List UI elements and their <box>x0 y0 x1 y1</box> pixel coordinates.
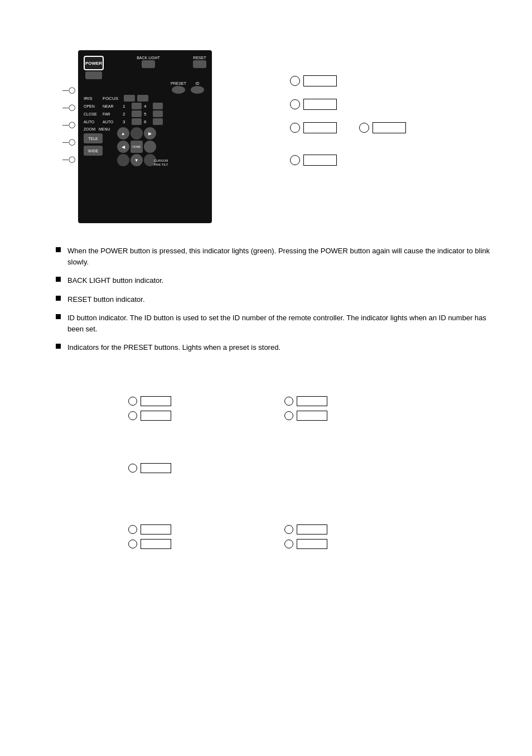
reset-label: RESET <box>193 56 206 60</box>
cursor-label: CURSOR <box>154 159 168 162</box>
lower-circ-3b <box>128 540 137 548</box>
arrow3: —◯ <box>62 121 75 128</box>
id-label: ID <box>196 81 200 85</box>
lower-circ-3c <box>284 525 293 534</box>
indicator-circle-1 <box>290 76 300 86</box>
lower-box-3a <box>141 524 171 535</box>
bullet-item-3: RESET button indicator. <box>56 294 499 305</box>
num3-label: 3 <box>123 119 129 124</box>
home-button[interactable]: HOME <box>130 141 143 153</box>
label-box-4 <box>373 122 406 133</box>
pan-tilt-label: PAN-TILT <box>154 163 168 166</box>
bullets-section: When the POWER button is pressed, this i… <box>56 245 499 361</box>
lower-section-2-left <box>128 463 171 473</box>
lower-box-1b <box>141 411 171 421</box>
num1-label: 1 <box>123 104 129 109</box>
close-label: CLOSE <box>84 112 100 116</box>
iris-label: IRIS <box>84 96 100 101</box>
arrow1: —◯ <box>62 86 75 94</box>
lower-section-3-right <box>284 524 327 549</box>
bullet-4-icon <box>56 314 61 319</box>
arrow5: —◯ <box>62 156 75 163</box>
bullet-1-text: When the POWER button is pressed, this i… <box>67 245 499 267</box>
bullet-3-icon <box>56 296 61 301</box>
label-box-2 <box>303 99 337 110</box>
far-label: FAR <box>103 112 120 116</box>
num4-label: 4 <box>144 104 151 109</box>
auto2-label: AUTO <box>103 120 120 124</box>
lower-box-3c <box>297 524 327 535</box>
lower-box-1d <box>297 411 327 421</box>
bullet-2-text: BACK LIGHT button indicator. <box>67 275 163 286</box>
arrow2: —◯ <box>62 104 75 111</box>
lower-section-1-right <box>284 396 327 421</box>
bullet-2-icon <box>56 277 61 282</box>
num2-label: 2 <box>123 112 129 117</box>
bullet-5-text: Indicators for the PRESET buttons. Light… <box>67 342 280 353</box>
lower-box-1c <box>297 396 327 406</box>
lower-section-1-left <box>128 396 171 421</box>
open-label: OPEN <box>84 104 100 108</box>
lower-box-1a <box>141 396 171 406</box>
arrow4: —◯ <box>62 138 75 146</box>
lower-circ-1a <box>128 397 137 406</box>
lower-circ-3a <box>128 525 137 534</box>
label-box-5 <box>303 155 337 166</box>
lower-box-2a <box>141 463 171 473</box>
indicator-circle-5 <box>290 155 300 165</box>
bullet-item-1: When the POWER button is pressed, this i… <box>56 245 499 267</box>
nav-down-button[interactable]: ▼ <box>130 154 143 166</box>
tele-button[interactable]: TELE <box>84 133 103 143</box>
lower-circ-2a <box>128 464 137 473</box>
remote-control-panel: POWER BACK LIGHT RESET PRESET ID IRIS FO… <box>78 50 212 223</box>
wide-button[interactable]: WIDE <box>84 146 103 156</box>
arrow-indicators: —◯ —◯ —◯ —◯ —◯ <box>62 86 75 163</box>
label-box-3 <box>303 122 337 133</box>
lower-circ-1b <box>128 411 137 420</box>
bullet-item-4: ID button indicator. The ID button is us… <box>56 312 499 334</box>
right-label-group-top <box>290 75 406 170</box>
bullet-1-icon <box>56 247 61 252</box>
indicator-circle-2 <box>290 99 300 109</box>
lower-section-3-left <box>128 524 171 549</box>
num6-label: 6 <box>144 119 151 124</box>
power-button[interactable]: POWER <box>84 56 104 70</box>
bullet-item-2: BACK LIGHT button indicator. <box>56 275 499 286</box>
num5-label: 5 <box>144 112 151 117</box>
cursor-label-btn <box>144 141 156 153</box>
lower-box-3d <box>297 539 327 549</box>
indicator-circle-3 <box>290 123 300 133</box>
label-box-1 <box>303 75 337 86</box>
backlight-label: BACK LIGHT <box>137 56 160 60</box>
near-label: NEAR <box>103 104 120 108</box>
auto1-label: AUTO <box>84 120 100 124</box>
bullet-3-text: RESET button indicator. <box>67 294 145 305</box>
lower-circ-1c <box>284 397 293 406</box>
nav-left-button[interactable]: ◀ <box>117 141 129 153</box>
bullet-item-5: Indicators for the PRESET buttons. Light… <box>56 342 499 353</box>
bullet-4-text: ID button indicator. The ID button is us… <box>67 312 499 334</box>
indicator-circle-4 <box>359 123 369 133</box>
lower-circ-1d <box>284 411 293 420</box>
preset-label: PRESET <box>171 81 186 85</box>
nav-right-button[interactable]: ▶ <box>144 127 156 139</box>
lower-box-3b <box>141 539 171 549</box>
bullet-5-icon <box>56 344 61 349</box>
nav-up-button[interactable]: ▲ <box>117 127 129 139</box>
focus-label: FOCUS <box>103 96 120 101</box>
zoom-label: ZOOM <box>84 127 95 131</box>
lower-circ-3d <box>284 540 293 548</box>
menu-label: MENU <box>99 127 110 131</box>
